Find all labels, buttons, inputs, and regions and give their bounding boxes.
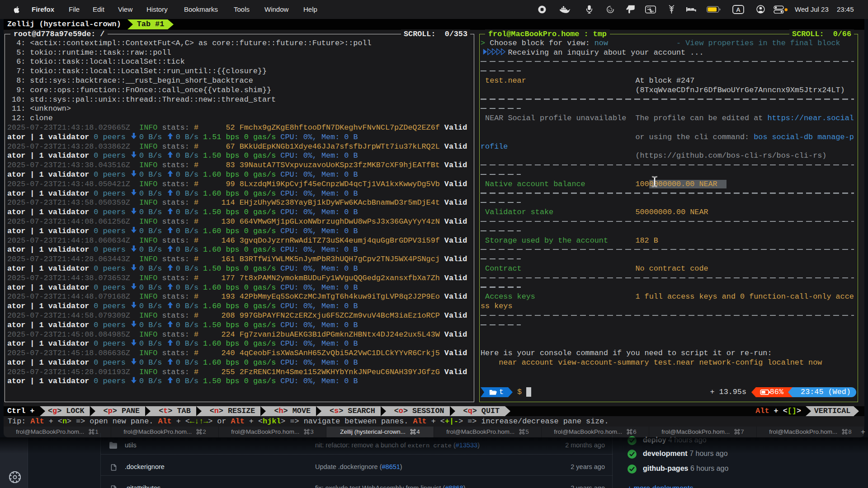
svg-text:A: A: [736, 6, 741, 13]
